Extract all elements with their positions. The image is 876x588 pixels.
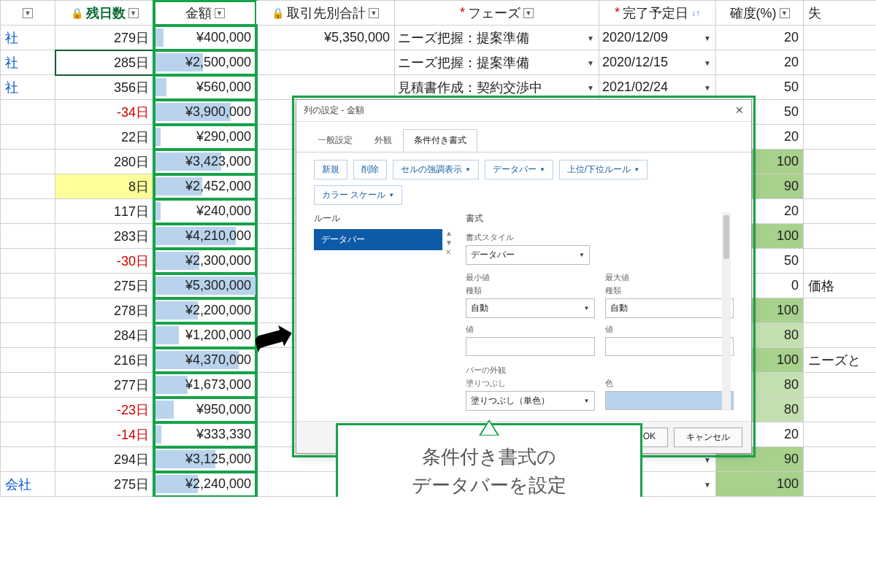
sort-icon[interactable]: ↓↑ xyxy=(691,8,700,18)
fill-select[interactable]: 塗りつぶし（単色）▼ xyxy=(466,391,595,411)
days-cell[interactable]: 275日 xyxy=(55,472,154,497)
close-icon[interactable]: ✕ xyxy=(735,104,744,117)
date-cell[interactable]: 2020/12/09▼ xyxy=(599,26,716,50)
color-picker[interactable] xyxy=(605,391,734,410)
col-header-blank[interactable]: ▼ xyxy=(1,1,55,26)
filter-icon[interactable]: ▼ xyxy=(23,8,33,18)
amount-cell[interactable]: ¥560,000 xyxy=(154,75,256,100)
company-cell[interactable]: 社 xyxy=(1,75,55,100)
extra-cell[interactable] xyxy=(804,447,877,472)
company-cell[interactable] xyxy=(1,150,55,174)
probability-cell[interactable]: 100 xyxy=(716,472,804,497)
days-cell[interactable]: -23日 xyxy=(55,398,154,422)
total-cell[interactable] xyxy=(256,50,395,75)
phase-cell[interactable]: ニーズ把握：提案準備▼ xyxy=(395,50,599,75)
company-cell[interactable] xyxy=(1,398,55,422)
company-cell[interactable] xyxy=(1,447,55,472)
probability-cell[interactable]: 50 xyxy=(716,75,804,100)
company-cell[interactable]: 会社 xyxy=(1,472,55,497)
company-cell[interactable] xyxy=(1,323,55,348)
style-select[interactable]: データバー▼ xyxy=(466,245,590,265)
company-cell[interactable] xyxy=(1,422,55,447)
delete-rule-button[interactable]: 削除 xyxy=(353,160,387,179)
company-cell[interactable] xyxy=(1,199,55,224)
amount-cell[interactable]: ¥3,125,000 xyxy=(154,447,256,472)
tab-appearance[interactable]: 外観 xyxy=(364,129,403,152)
days-cell[interactable]: -34日 xyxy=(55,100,154,125)
amount-cell[interactable]: ¥5,300,000 xyxy=(154,274,256,298)
extra-cell[interactable] xyxy=(804,100,877,125)
table-row[interactable]: 社285日¥2,500,000ニーズ把握：提案準備▼2020/12/15▼20 xyxy=(1,50,877,75)
total-cell[interactable] xyxy=(256,75,395,100)
col-header-amount[interactable]: 金額▼ xyxy=(154,1,256,26)
phase-cell[interactable]: ニーズ把握：提案準備▼ xyxy=(395,26,599,50)
days-cell[interactable]: -14日 xyxy=(55,422,154,447)
filter-icon[interactable]: ▼ xyxy=(369,8,379,18)
amount-cell[interactable]: ¥240,000 xyxy=(154,199,256,224)
col-header-lost[interactable]: 失 xyxy=(804,1,877,26)
extra-cell[interactable] xyxy=(804,26,877,50)
filter-icon[interactable]: ▼ xyxy=(780,8,790,18)
extra-cell[interactable] xyxy=(804,249,877,274)
col-header-prob[interactable]: 確度(%)▼ xyxy=(716,1,804,26)
days-cell[interactable]: 8日 xyxy=(55,174,154,199)
amount-cell[interactable]: ¥1,200,000 xyxy=(154,323,256,348)
colorscale-button[interactable]: カラー スケール▼ xyxy=(314,185,402,205)
amount-cell[interactable]: ¥2,452,000 xyxy=(154,174,256,199)
extra-cell[interactable] xyxy=(804,422,877,447)
tab-conditional[interactable]: 条件付き書式 xyxy=(403,129,477,152)
phase-cell[interactable]: 見積書作成：契約交渉中▼ xyxy=(395,75,599,100)
extra-cell[interactable] xyxy=(804,298,877,323)
company-cell[interactable]: 社 xyxy=(1,26,55,50)
company-cell[interactable]: 社 xyxy=(1,50,55,75)
company-cell[interactable] xyxy=(1,224,55,249)
min-value-input[interactable] xyxy=(466,337,595,356)
probability-cell[interactable]: 20 xyxy=(716,50,804,75)
col-header-phase[interactable]: *フェーズ▼ xyxy=(395,1,599,26)
date-cell[interactable]: 2020/12/15▼ xyxy=(599,50,716,75)
extra-cell[interactable] xyxy=(804,50,877,75)
extra-cell[interactable]: ニーズと xyxy=(804,348,877,373)
days-cell[interactable]: 283日 xyxy=(55,224,154,249)
extra-cell[interactable]: 価格 xyxy=(804,274,877,298)
days-cell[interactable]: 285日 xyxy=(55,50,154,75)
amount-cell[interactable]: ¥290,000 xyxy=(154,125,256,150)
probability-cell[interactable]: 20 xyxy=(716,26,804,50)
min-type-select[interactable]: 自動▼ xyxy=(466,298,595,318)
days-cell[interactable]: 294日 xyxy=(55,447,154,472)
amount-cell[interactable]: ¥2,300,000 xyxy=(154,249,256,274)
max-value-input[interactable] xyxy=(605,337,734,356)
databar-button[interactable]: データバー▼ xyxy=(485,160,553,179)
amount-cell[interactable]: ¥2,240,000 xyxy=(154,472,256,497)
amount-cell[interactable]: ¥2,200,000 xyxy=(154,298,256,323)
days-cell[interactable]: 280日 xyxy=(55,150,154,174)
amount-cell[interactable]: ¥3,423,000 xyxy=(154,150,256,174)
extra-cell[interactable] xyxy=(804,174,877,199)
company-cell[interactable] xyxy=(1,100,55,125)
extra-cell[interactable] xyxy=(804,472,877,497)
amount-cell[interactable]: ¥950,000 xyxy=(154,398,256,422)
new-rule-button[interactable]: 新規 xyxy=(314,160,347,179)
topbottom-button[interactable]: 上位/下位ルール▼ xyxy=(559,160,648,179)
days-cell[interactable]: 22日 xyxy=(55,125,154,150)
company-cell[interactable] xyxy=(1,274,55,298)
filter-icon[interactable]: ▼ xyxy=(215,8,225,18)
company-cell[interactable] xyxy=(1,298,55,323)
filter-icon[interactable]: ▼ xyxy=(128,8,139,18)
amount-cell[interactable]: ¥400,000 xyxy=(154,26,256,50)
days-cell[interactable]: 216日 xyxy=(55,348,154,373)
extra-cell[interactable] xyxy=(804,224,877,249)
days-cell[interactable]: 117日 xyxy=(55,199,154,224)
extra-cell[interactable] xyxy=(804,323,877,348)
extra-cell[interactable] xyxy=(804,125,877,150)
days-cell[interactable]: 284日 xyxy=(55,323,154,348)
company-cell[interactable] xyxy=(1,249,55,274)
company-cell[interactable] xyxy=(1,174,55,199)
col-header-date[interactable]: *完了予定日↓↑ xyxy=(599,1,716,26)
col-header-total[interactable]: 🔒取引先別合計▼ xyxy=(256,1,395,26)
filter-icon[interactable]: ▼ xyxy=(523,8,534,18)
days-cell[interactable]: 278日 xyxy=(55,298,154,323)
extra-cell[interactable] xyxy=(804,398,877,422)
days-cell[interactable]: 279日 xyxy=(55,26,154,50)
extra-cell[interactable] xyxy=(804,199,877,224)
